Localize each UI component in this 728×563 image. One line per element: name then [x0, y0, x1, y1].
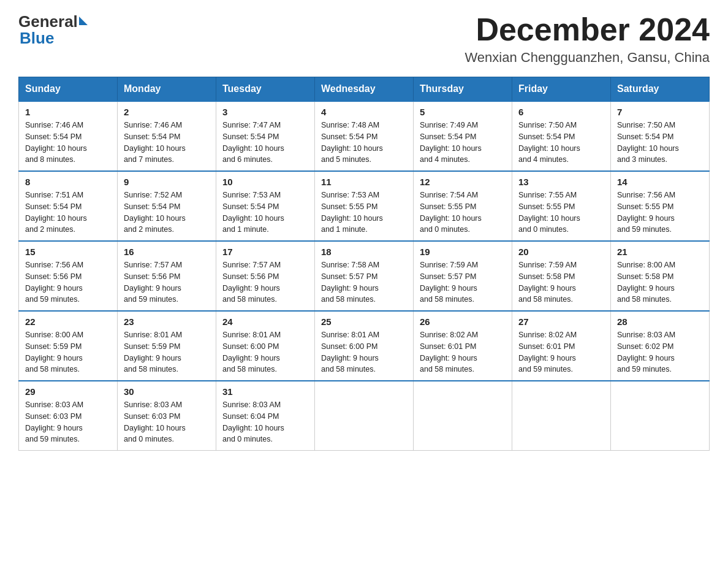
day-number: 12: [420, 177, 506, 187]
day-info: Sunrise: 7:59 AM Sunset: 5:57 PM Dayligh…: [420, 259, 506, 305]
calendar-cell: [315, 381, 414, 451]
calendar-cell: 25Sunrise: 8:01 AM Sunset: 6:00 PM Dayli…: [315, 311, 414, 381]
day-info: Sunrise: 7:53 AM Sunset: 5:54 PM Dayligh…: [222, 190, 308, 236]
day-number: 25: [321, 316, 407, 327]
day-info: Sunrise: 7:57 AM Sunset: 5:56 PM Dayligh…: [124, 259, 210, 305]
day-number: 9: [124, 177, 210, 187]
day-info: Sunrise: 8:03 AM Sunset: 6:02 PM Dayligh…: [617, 329, 703, 375]
day-number: 16: [124, 247, 210, 257]
day-number: 29: [25, 386, 111, 397]
calendar-cell: 31Sunrise: 8:03 AM Sunset: 6:04 PM Dayli…: [216, 381, 315, 451]
month-title: December 2024: [464, 12, 710, 47]
day-number: 6: [518, 107, 604, 117]
calendar-week-row: 1Sunrise: 7:46 AM Sunset: 5:54 PM Daylig…: [19, 101, 710, 171]
day-info: Sunrise: 8:03 AM Sunset: 6:03 PM Dayligh…: [124, 399, 210, 445]
day-number: 19: [420, 247, 506, 257]
calendar-cell: 15Sunrise: 7:56 AM Sunset: 5:56 PM Dayli…: [19, 241, 118, 311]
calendar-cell: 7Sunrise: 7:50 AM Sunset: 5:54 PM Daylig…: [611, 101, 710, 171]
calendar-cell: 24Sunrise: 8:01 AM Sunset: 6:00 PM Dayli…: [216, 311, 315, 381]
calendar-table: SundayMondayTuesdayWednesdayThursdayFrid…: [18, 77, 710, 451]
calendar-cell: 1Sunrise: 7:46 AM Sunset: 5:54 PM Daylig…: [19, 101, 118, 171]
day-info: Sunrise: 8:00 AM Sunset: 5:59 PM Dayligh…: [25, 329, 111, 375]
page-header: General Blue December 2024 Wenxian Cheng…: [18, 12, 710, 66]
calendar-cell: 18Sunrise: 7:58 AM Sunset: 5:57 PM Dayli…: [315, 241, 414, 311]
day-number: 28: [617, 316, 703, 327]
day-info: Sunrise: 7:48 AM Sunset: 5:54 PM Dayligh…: [321, 120, 407, 166]
calendar-cell: 28Sunrise: 8:03 AM Sunset: 6:02 PM Dayli…: [611, 311, 710, 381]
day-info: Sunrise: 7:55 AM Sunset: 5:55 PM Dayligh…: [518, 190, 604, 236]
day-number: 10: [222, 177, 308, 187]
calendar-cell: 13Sunrise: 7:55 AM Sunset: 5:55 PM Dayli…: [512, 171, 611, 241]
day-number: 3: [222, 107, 308, 117]
logo: General Blue: [18, 12, 88, 48]
calendar-cell: 16Sunrise: 7:57 AM Sunset: 5:56 PM Dayli…: [118, 241, 216, 311]
calendar-cell: 27Sunrise: 8:02 AM Sunset: 6:01 PM Dayli…: [512, 311, 611, 381]
calendar-cell: 20Sunrise: 7:59 AM Sunset: 5:58 PM Dayli…: [512, 241, 611, 311]
day-number: 27: [518, 316, 604, 327]
calendar-cell: 6Sunrise: 7:50 AM Sunset: 5:54 PM Daylig…: [512, 101, 611, 171]
calendar-week-row: 15Sunrise: 7:56 AM Sunset: 5:56 PM Dayli…: [19, 241, 710, 311]
day-number: 7: [617, 107, 703, 117]
day-number: 2: [124, 107, 210, 117]
day-info: Sunrise: 8:01 AM Sunset: 6:00 PM Dayligh…: [321, 329, 407, 375]
calendar-cell: 14Sunrise: 7:56 AM Sunset: 5:55 PM Dayli…: [611, 171, 710, 241]
day-info: Sunrise: 7:56 AM Sunset: 5:56 PM Dayligh…: [25, 259, 111, 305]
calendar-cell: 23Sunrise: 8:01 AM Sunset: 5:59 PM Dayli…: [118, 311, 216, 381]
calendar-cell: 30Sunrise: 8:03 AM Sunset: 6:03 PM Dayli…: [118, 381, 216, 451]
calendar-cell: [512, 381, 611, 451]
calendar-cell: 2Sunrise: 7:46 AM Sunset: 5:54 PM Daylig…: [118, 101, 216, 171]
calendar-cell: 22Sunrise: 8:00 AM Sunset: 5:59 PM Dayli…: [19, 311, 118, 381]
weekday-header: Tuesday: [216, 77, 315, 102]
day-info: Sunrise: 7:46 AM Sunset: 5:54 PM Dayligh…: [25, 120, 111, 166]
calendar-week-row: 22Sunrise: 8:00 AM Sunset: 5:59 PM Dayli…: [19, 311, 710, 381]
day-info: Sunrise: 7:50 AM Sunset: 5:54 PM Dayligh…: [617, 120, 703, 166]
calendar-cell: 29Sunrise: 8:03 AM Sunset: 6:03 PM Dayli…: [19, 381, 118, 451]
calendar-cell: 9Sunrise: 7:52 AM Sunset: 5:54 PM Daylig…: [118, 171, 216, 241]
location-subtitle: Wenxian Chengguanzhen, Gansu, China: [464, 50, 710, 66]
calendar-cell: 12Sunrise: 7:54 AM Sunset: 5:55 PM Dayli…: [414, 171, 512, 241]
weekday-header: Monday: [118, 77, 216, 102]
day-info: Sunrise: 7:46 AM Sunset: 5:54 PM Dayligh…: [124, 120, 210, 166]
weekday-header: Saturday: [611, 77, 710, 102]
calendar-cell: 11Sunrise: 7:53 AM Sunset: 5:55 PM Dayli…: [315, 171, 414, 241]
title-block: December 2024 Wenxian Chengguanzhen, Gan…: [464, 12, 710, 66]
day-info: Sunrise: 7:53 AM Sunset: 5:55 PM Dayligh…: [321, 190, 407, 236]
day-info: Sunrise: 8:03 AM Sunset: 6:03 PM Dayligh…: [25, 399, 111, 445]
calendar-cell: 8Sunrise: 7:51 AM Sunset: 5:54 PM Daylig…: [19, 171, 118, 241]
day-number: 30: [124, 386, 210, 397]
calendar-cell: 3Sunrise: 7:47 AM Sunset: 5:54 PM Daylig…: [216, 101, 315, 171]
day-number: 5: [420, 107, 506, 117]
day-number: 31: [222, 386, 308, 397]
day-info: Sunrise: 7:52 AM Sunset: 5:54 PM Dayligh…: [124, 190, 210, 236]
day-info: Sunrise: 7:49 AM Sunset: 5:54 PM Dayligh…: [420, 120, 506, 166]
day-number: 26: [420, 316, 506, 327]
day-info: Sunrise: 8:03 AM Sunset: 6:04 PM Dayligh…: [222, 399, 308, 445]
day-number: 23: [124, 316, 210, 327]
day-info: Sunrise: 8:02 AM Sunset: 6:01 PM Dayligh…: [420, 329, 506, 375]
calendar-cell: [611, 381, 710, 451]
calendar-week-row: 29Sunrise: 8:03 AM Sunset: 6:03 PM Dayli…: [19, 381, 710, 451]
day-info: Sunrise: 8:02 AM Sunset: 6:01 PM Dayligh…: [518, 329, 604, 375]
calendar-cell: [414, 381, 512, 451]
day-number: 22: [25, 316, 111, 327]
calendar-cell: 19Sunrise: 7:59 AM Sunset: 5:57 PM Dayli…: [414, 241, 512, 311]
calendar-cell: 10Sunrise: 7:53 AM Sunset: 5:54 PM Dayli…: [216, 171, 315, 241]
calendar-cell: 5Sunrise: 7:49 AM Sunset: 5:54 PM Daylig…: [414, 101, 512, 171]
day-number: 13: [518, 177, 604, 187]
calendar-cell: 17Sunrise: 7:57 AM Sunset: 5:56 PM Dayli…: [216, 241, 315, 311]
day-number: 24: [222, 316, 308, 327]
weekday-header: Sunday: [19, 77, 118, 102]
logo-triangle-icon: [79, 17, 88, 25]
day-number: 11: [321, 177, 407, 187]
day-info: Sunrise: 7:54 AM Sunset: 5:55 PM Dayligh…: [420, 190, 506, 236]
calendar-week-row: 8Sunrise: 7:51 AM Sunset: 5:54 PM Daylig…: [19, 171, 710, 241]
day-info: Sunrise: 7:59 AM Sunset: 5:58 PM Dayligh…: [518, 259, 604, 305]
logo-blue: Blue: [20, 29, 88, 48]
calendar-header: SundayMondayTuesdayWednesdayThursdayFrid…: [19, 77, 710, 102]
day-number: 8: [25, 177, 111, 187]
calendar-body: 1Sunrise: 7:46 AM Sunset: 5:54 PM Daylig…: [19, 101, 710, 451]
day-info: Sunrise: 7:58 AM Sunset: 5:57 PM Dayligh…: [321, 259, 407, 305]
day-info: Sunrise: 7:47 AM Sunset: 5:54 PM Dayligh…: [222, 120, 308, 166]
day-number: 20: [518, 247, 604, 257]
calendar-cell: 4Sunrise: 7:48 AM Sunset: 5:54 PM Daylig…: [315, 101, 414, 171]
